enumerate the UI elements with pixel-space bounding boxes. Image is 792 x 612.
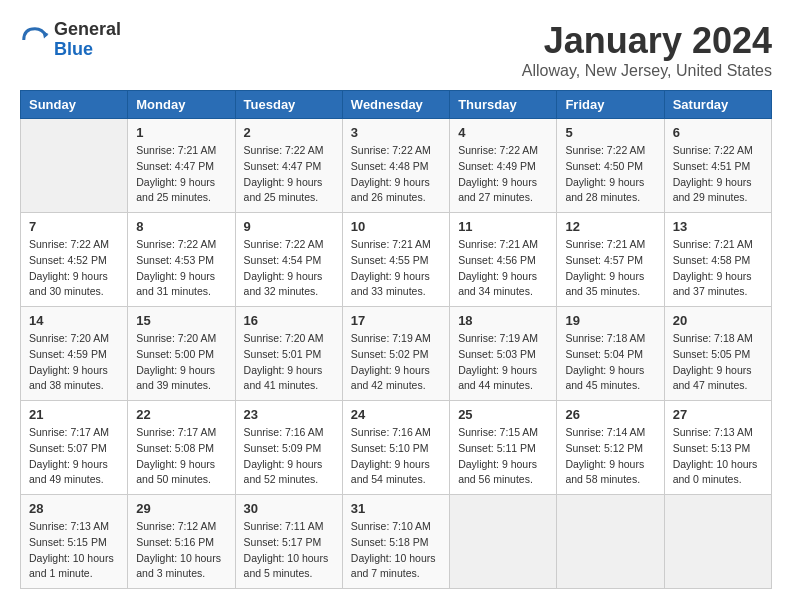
- daylight-info: Daylight: 9 hours and 58 minutes.: [565, 457, 655, 489]
- calendar-cell: [664, 495, 771, 589]
- sunrise-info: Sunrise: 7:11 AM: [244, 519, 334, 535]
- month-title: January 2024: [522, 20, 772, 62]
- day-number: 16: [244, 313, 334, 328]
- sunset-info: Sunset: 4:53 PM: [136, 253, 226, 269]
- day-info: Sunrise: 7:22 AM Sunset: 4:47 PM Dayligh…: [244, 143, 334, 206]
- daylight-info: Daylight: 9 hours and 45 minutes.: [565, 363, 655, 395]
- sunrise-info: Sunrise: 7:22 AM: [244, 237, 334, 253]
- sunset-info: Sunset: 5:17 PM: [244, 535, 334, 551]
- sunset-info: Sunset: 4:48 PM: [351, 159, 441, 175]
- day-number: 23: [244, 407, 334, 422]
- calendar-cell: 2 Sunrise: 7:22 AM Sunset: 4:47 PM Dayli…: [235, 119, 342, 213]
- day-number: 4: [458, 125, 548, 140]
- day-number: 17: [351, 313, 441, 328]
- sunset-info: Sunset: 5:04 PM: [565, 347, 655, 363]
- day-info: Sunrise: 7:22 AM Sunset: 4:50 PM Dayligh…: [565, 143, 655, 206]
- calendar-cell: 11 Sunrise: 7:21 AM Sunset: 4:56 PM Dayl…: [450, 213, 557, 307]
- day-number: 1: [136, 125, 226, 140]
- day-info: Sunrise: 7:11 AM Sunset: 5:17 PM Dayligh…: [244, 519, 334, 582]
- daylight-info: Daylight: 9 hours and 33 minutes.: [351, 269, 441, 301]
- calendar-cell: 31 Sunrise: 7:10 AM Sunset: 5:18 PM Dayl…: [342, 495, 449, 589]
- day-number: 27: [673, 407, 763, 422]
- calendar-row: 1 Sunrise: 7:21 AM Sunset: 4:47 PM Dayli…: [21, 119, 772, 213]
- day-number: 15: [136, 313, 226, 328]
- daylight-info: Daylight: 10 hours and 3 minutes.: [136, 551, 226, 583]
- day-number: 22: [136, 407, 226, 422]
- day-info: Sunrise: 7:15 AM Sunset: 5:11 PM Dayligh…: [458, 425, 548, 488]
- sunrise-info: Sunrise: 7:22 AM: [351, 143, 441, 159]
- day-info: Sunrise: 7:22 AM Sunset: 4:49 PM Dayligh…: [458, 143, 548, 206]
- calendar-cell: 7 Sunrise: 7:22 AM Sunset: 4:52 PM Dayli…: [21, 213, 128, 307]
- calendar-cell: 19 Sunrise: 7:18 AM Sunset: 5:04 PM Dayl…: [557, 307, 664, 401]
- daylight-info: Daylight: 9 hours and 27 minutes.: [458, 175, 548, 207]
- sunrise-info: Sunrise: 7:18 AM: [565, 331, 655, 347]
- sunset-info: Sunset: 5:08 PM: [136, 441, 226, 457]
- daylight-info: Daylight: 9 hours and 42 minutes.: [351, 363, 441, 395]
- day-info: Sunrise: 7:22 AM Sunset: 4:54 PM Dayligh…: [244, 237, 334, 300]
- day-number: 29: [136, 501, 226, 516]
- day-info: Sunrise: 7:21 AM Sunset: 4:56 PM Dayligh…: [458, 237, 548, 300]
- day-number: 8: [136, 219, 226, 234]
- daylight-info: Daylight: 9 hours and 47 minutes.: [673, 363, 763, 395]
- calendar-cell: 4 Sunrise: 7:22 AM Sunset: 4:49 PM Dayli…: [450, 119, 557, 213]
- calendar-cell: 1 Sunrise: 7:21 AM Sunset: 4:47 PM Dayli…: [128, 119, 235, 213]
- sunset-info: Sunset: 5:18 PM: [351, 535, 441, 551]
- calendar-cell: 14 Sunrise: 7:20 AM Sunset: 4:59 PM Dayl…: [21, 307, 128, 401]
- calendar-cell: 8 Sunrise: 7:22 AM Sunset: 4:53 PM Dayli…: [128, 213, 235, 307]
- daylight-info: Daylight: 9 hours and 35 minutes.: [565, 269, 655, 301]
- calendar-cell: [21, 119, 128, 213]
- daylight-info: Daylight: 9 hours and 41 minutes.: [244, 363, 334, 395]
- calendar-cell: 29 Sunrise: 7:12 AM Sunset: 5:16 PM Dayl…: [128, 495, 235, 589]
- daylight-info: Daylight: 10 hours and 7 minutes.: [351, 551, 441, 583]
- sunset-info: Sunset: 4:52 PM: [29, 253, 119, 269]
- sunrise-info: Sunrise: 7:16 AM: [351, 425, 441, 441]
- sunset-info: Sunset: 5:00 PM: [136, 347, 226, 363]
- calendar-cell: 13 Sunrise: 7:21 AM Sunset: 4:58 PM Dayl…: [664, 213, 771, 307]
- day-number: 31: [351, 501, 441, 516]
- day-info: Sunrise: 7:21 AM Sunset: 4:47 PM Dayligh…: [136, 143, 226, 206]
- sunset-info: Sunset: 5:05 PM: [673, 347, 763, 363]
- daylight-info: Daylight: 9 hours and 28 minutes.: [565, 175, 655, 207]
- day-info: Sunrise: 7:16 AM Sunset: 5:10 PM Dayligh…: [351, 425, 441, 488]
- day-number: 20: [673, 313, 763, 328]
- header-friday: Friday: [557, 91, 664, 119]
- sunset-info: Sunset: 4:54 PM: [244, 253, 334, 269]
- day-number: 18: [458, 313, 548, 328]
- calendar-cell: 15 Sunrise: 7:20 AM Sunset: 5:00 PM Dayl…: [128, 307, 235, 401]
- calendar-row: 7 Sunrise: 7:22 AM Sunset: 4:52 PM Dayli…: [21, 213, 772, 307]
- day-number: 25: [458, 407, 548, 422]
- sunrise-info: Sunrise: 7:10 AM: [351, 519, 441, 535]
- day-number: 11: [458, 219, 548, 234]
- logo-icon: [20, 25, 50, 55]
- calendar-table: Sunday Monday Tuesday Wednesday Thursday…: [20, 90, 772, 589]
- daylight-info: Daylight: 9 hours and 56 minutes.: [458, 457, 548, 489]
- calendar-cell: 25 Sunrise: 7:15 AM Sunset: 5:11 PM Dayl…: [450, 401, 557, 495]
- sunset-info: Sunset: 5:02 PM: [351, 347, 441, 363]
- calendar-cell: 16 Sunrise: 7:20 AM Sunset: 5:01 PM Dayl…: [235, 307, 342, 401]
- day-info: Sunrise: 7:21 AM Sunset: 4:55 PM Dayligh…: [351, 237, 441, 300]
- sunset-info: Sunset: 4:47 PM: [244, 159, 334, 175]
- sunset-info: Sunset: 4:55 PM: [351, 253, 441, 269]
- sunrise-info: Sunrise: 7:16 AM: [244, 425, 334, 441]
- sunset-info: Sunset: 5:15 PM: [29, 535, 119, 551]
- day-info: Sunrise: 7:22 AM Sunset: 4:53 PM Dayligh…: [136, 237, 226, 300]
- sunrise-info: Sunrise: 7:17 AM: [29, 425, 119, 441]
- day-info: Sunrise: 7:17 AM Sunset: 5:08 PM Dayligh…: [136, 425, 226, 488]
- header-monday: Monday: [128, 91, 235, 119]
- daylight-info: Daylight: 9 hours and 32 minutes.: [244, 269, 334, 301]
- calendar-cell: 20 Sunrise: 7:18 AM Sunset: 5:05 PM Dayl…: [664, 307, 771, 401]
- sunset-info: Sunset: 5:16 PM: [136, 535, 226, 551]
- sunrise-info: Sunrise: 7:20 AM: [244, 331, 334, 347]
- calendar-cell: 3 Sunrise: 7:22 AM Sunset: 4:48 PM Dayli…: [342, 119, 449, 213]
- day-info: Sunrise: 7:18 AM Sunset: 5:05 PM Dayligh…: [673, 331, 763, 394]
- calendar-cell: 18 Sunrise: 7:19 AM Sunset: 5:03 PM Dayl…: [450, 307, 557, 401]
- sunrise-info: Sunrise: 7:21 AM: [458, 237, 548, 253]
- day-info: Sunrise: 7:10 AM Sunset: 5:18 PM Dayligh…: [351, 519, 441, 582]
- day-number: 10: [351, 219, 441, 234]
- logo: General Blue: [20, 20, 121, 60]
- day-number: 26: [565, 407, 655, 422]
- sunset-info: Sunset: 4:57 PM: [565, 253, 655, 269]
- calendar-cell: [450, 495, 557, 589]
- header-tuesday: Tuesday: [235, 91, 342, 119]
- sunrise-info: Sunrise: 7:19 AM: [351, 331, 441, 347]
